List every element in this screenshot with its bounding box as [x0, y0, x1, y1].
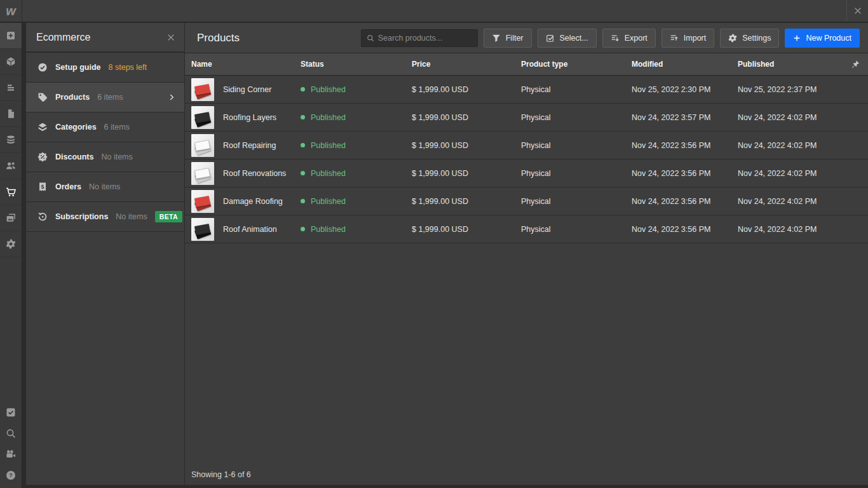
price-cell: $ 1,999.00 USD — [412, 141, 521, 150]
published-cell: Nov 24, 2022 4:02 PM — [738, 169, 845, 178]
toolbar-button-label: Select... — [560, 34, 588, 43]
sidebar-item-setup-guide[interactable]: Setup guide8 steps left — [26, 53, 184, 83]
status-badge: Published — [311, 141, 346, 150]
rail-top-group — [0, 23, 22, 257]
svg-text:?: ? — [9, 471, 13, 478]
funnel-icon — [492, 34, 501, 43]
add-element-button[interactable] — [0, 23, 22, 49]
pin-icon[interactable] — [845, 60, 868, 69]
status-dot-icon — [301, 87, 305, 92]
export-button[interactable]: Export — [602, 29, 656, 48]
modified-cell: Nov 24, 2022 3:56 PM — [632, 141, 738, 150]
panel-close-icon[interactable] — [166, 33, 175, 42]
product-row[interactable]: Siding Corner Published $ 1,999.00 USD P… — [185, 76, 868, 104]
product-name: Roof Renovations — [223, 169, 286, 178]
sidebar-item-meta: 6 items — [104, 123, 130, 132]
product-row[interactable]: Roof Repairing Published $ 1,999.00 USD … — [185, 132, 868, 159]
column-header-price: Price — [412, 60, 521, 69]
search-icon — [367, 34, 374, 42]
pages-button[interactable] — [0, 101, 22, 127]
status-cell: Published — [301, 169, 412, 178]
orders-icon: $ — [37, 182, 48, 192]
product-thumbnail — [191, 218, 214, 241]
cart-icon — [6, 187, 16, 197]
column-header-published: Published — [738, 60, 845, 69]
webflow-logo[interactable]: w — [0, 0, 22, 22]
settings-button[interactable] — [0, 231, 22, 257]
product-type-cell: Physical — [521, 225, 632, 234]
status-badge: Published — [311, 197, 346, 206]
ecommerce-button[interactable] — [0, 179, 22, 205]
price-cell: $ 1,999.00 USD — [412, 169, 521, 178]
status-cell: Published — [301, 141, 412, 150]
products-table: Siding Corner Published $ 1,999.00 USD P… — [185, 76, 868, 243]
components-button[interactable] — [0, 49, 22, 75]
magnifier-icon — [6, 428, 16, 438]
settings-button[interactable]: Settings — [720, 29, 779, 48]
database-icon — [6, 135, 16, 145]
product-thumbnail — [191, 134, 214, 157]
product-row[interactable]: Roofing Layers Published $ 1,999.00 USD … — [185, 104, 868, 132]
export-icon — [611, 34, 620, 43]
column-header-status: Status — [301, 60, 412, 69]
search-box — [361, 29, 478, 47]
modified-cell: Nov 24, 2022 3:57 PM — [632, 113, 738, 122]
status-badge: Published — [311, 169, 346, 178]
product-name-cell: Roof Renovations — [191, 162, 301, 185]
product-thumbnail — [191, 106, 214, 129]
assets-button[interactable] — [0, 205, 22, 231]
product-name: Roofing Layers — [223, 113, 276, 122]
select-button[interactable]: Select... — [538, 29, 597, 48]
products-panel: Products FilterSelect...ExportImportSett… — [185, 23, 868, 485]
users-button[interactable] — [0, 153, 22, 179]
sidebar-item-subscriptions[interactable]: SubscriptionsNo itemsBETA — [26, 202, 184, 232]
product-name: Siding Corner — [223, 85, 271, 94]
toolbar-button-label: Settings — [742, 34, 771, 43]
status-dot-icon — [301, 171, 305, 175]
video-tutorials-button[interactable] — [0, 444, 22, 464]
gear-icon — [728, 34, 737, 43]
cms-button[interactable] — [0, 127, 22, 153]
search-button[interactable] — [0, 423, 22, 444]
filter-button[interactable]: Filter — [484, 29, 532, 48]
product-name: Roof Repairing — [223, 141, 276, 150]
product-type-cell: Physical — [521, 197, 632, 206]
help-icon: ? — [6, 470, 16, 480]
sidebar-item-discounts[interactable]: DiscountsNo items — [26, 142, 184, 172]
close-icon[interactable] — [846, 0, 868, 22]
product-name-cell: Damage Roofing — [191, 190, 301, 213]
left-toolbar: ? — [0, 23, 22, 488]
price-cell: $ 1,999.00 USD — [412, 85, 521, 94]
users-icon — [6, 161, 16, 171]
sidebar-item-orders[interactable]: $OrdersNo items — [26, 172, 184, 202]
product-row[interactable]: Roof Renovations Published $ 1,999.00 US… — [185, 159, 868, 187]
sidebar-item-categories[interactable]: Categories6 items — [26, 112, 184, 142]
price-cell: $ 1,999.00 USD — [412, 225, 521, 234]
help-button[interactable]: ? — [0, 464, 22, 485]
new-product-button[interactable]: New Product — [785, 29, 860, 48]
sidebar-item-products[interactable]: Products6 items — [26, 83, 184, 112]
product-thumbnail — [191, 190, 214, 213]
ecommerce-panel: Ecommerce Setup guide8 steps leftProduct… — [26, 23, 184, 485]
column-header-product-type: Product type — [521, 60, 632, 69]
product-name-cell: Roofing Layers — [191, 106, 301, 129]
modified-cell: Nov 25, 2022 2:30 PM — [632, 85, 738, 94]
categories-icon — [37, 122, 48, 132]
products-header: Products FilterSelect...ExportImportSett… — [185, 23, 868, 53]
product-row[interactable]: Damage Roofing Published $ 1,999.00 USD … — [185, 187, 868, 215]
navigator-button[interactable] — [0, 75, 22, 101]
search-input[interactable] — [378, 34, 472, 43]
import-icon — [670, 34, 679, 43]
check-circle-icon — [37, 62, 48, 72]
sidebar-item-label: Categories — [55, 123, 97, 132]
assets-icon — [6, 213, 16, 223]
product-type-cell: Physical — [521, 113, 632, 122]
import-button[interactable]: Import — [661, 29, 714, 48]
status-badge: Published — [311, 113, 346, 122]
audit-button[interactable] — [0, 402, 22, 423]
new-product-label: New Product — [806, 34, 851, 43]
status-cell: Published — [301, 85, 412, 94]
product-row[interactable]: Roof Animation Published $ 1,999.00 USD … — [185, 215, 868, 243]
products-table-header: NameStatusPriceProduct typeModifiedPubli… — [185, 53, 868, 76]
pagination-status: Showing 1-6 of 6 — [191, 470, 251, 479]
